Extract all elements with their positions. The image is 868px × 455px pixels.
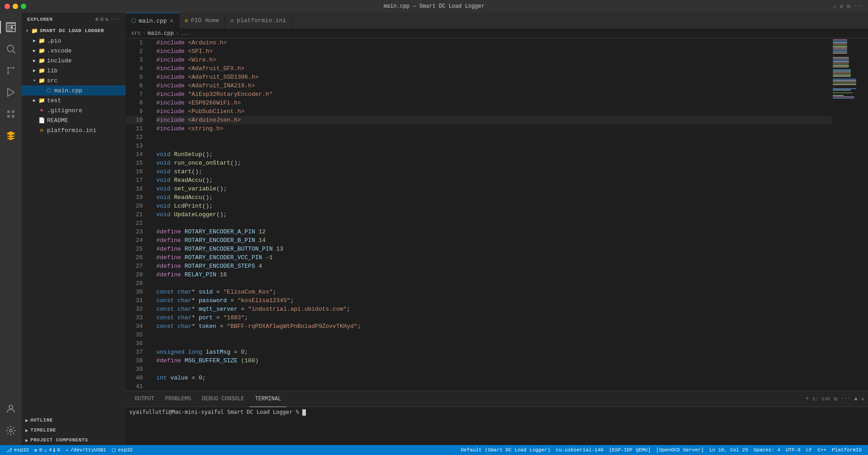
panel-tab-terminal[interactable]: TERMINAL — [249, 391, 286, 407]
svg-line-2 — [13, 51, 16, 54]
minimap-line — [833, 46, 847, 47]
folder-icon-src: 📁 — [38, 77, 45, 84]
minimap-line — [833, 65, 849, 66]
terminal-content[interactable]: syaifullutfi@Mac-mini-syaiful Smart DC L… — [126, 407, 868, 445]
tree-item-platformio-ini[interactable]: ⊙ platformio.ini — [22, 125, 126, 135]
breadcrumb-main-cpp[interactable]: main.cpp — [148, 30, 174, 37]
code-line: void ReadAccu(); — [156, 193, 832, 202]
status-env[interactable]: Default (Smart DC Load Logger) — [458, 445, 553, 455]
minimap-line — [833, 57, 849, 58]
minimap-line — [833, 75, 851, 76]
editor-scroll[interactable]: 1234567891011121314151617181920212223242… — [126, 38, 832, 391]
tab-platformio-ini[interactable]: ⊙ platformio.ini — [225, 13, 292, 28]
tree-item-gitignore[interactable]: ● .gitignore — [22, 105, 126, 115]
status-openocd[interactable]: [OpenOCD Server] — [653, 445, 707, 455]
new-file-icon[interactable]: ⊕ — [95, 16, 99, 22]
activity-debug[interactable] — [0, 81, 22, 103]
tree-item-include[interactable]: ▶ 📁 include — [22, 56, 126, 66]
tree-item-vscode[interactable]: ▶ 📁 .vscode — [22, 46, 126, 56]
new-folder-icon[interactable]: ⊟ — [100, 16, 103, 22]
timeline-section[interactable]: ▶ TIMELINE — [22, 425, 126, 435]
tab-main-cpp[interactable]: ⬡ main.cpp ✕ — [126, 13, 179, 28]
activity-accounts[interactable] — [0, 398, 22, 420]
minimap-line — [833, 76, 851, 77]
panel-tab-debug[interactable]: DEBUG CONSOLE — [197, 391, 250, 407]
activity-platformio[interactable] — [0, 125, 22, 147]
breadcrumb-src[interactable]: src — [131, 30, 141, 37]
breadcrumb-sep1: › — [143, 30, 146, 37]
svg-marker-6 — [8, 88, 14, 96]
status-port[interactable]: ⚡ /dev/ttyUSB1 — [63, 445, 109, 455]
breadcrumb-ellipsis[interactable]: ... — [181, 30, 191, 37]
terminal-split-icon[interactable]: ⊡ — [834, 396, 837, 403]
tree-item-lib[interactable]: ▶ 📁 lib — [22, 66, 126, 76]
status-endings[interactable]: LF — [803, 445, 815, 455]
line-number: 19 — [126, 193, 143, 202]
checkmark-icon[interactable]: ✓ — [833, 3, 836, 10]
status-platformio[interactable]: PlatformIO — [829, 445, 864, 455]
tree-item-project-root[interactable]: ▾ 📁 SMART DC LOAD LOGGER — [22, 26, 126, 36]
code-content[interactable]: #include <Arduino.h>#include <SPI.h>#inc… — [156, 38, 832, 391]
panel-tab-output[interactable]: OUTPUT — [129, 391, 160, 407]
line-number: 24 — [126, 236, 143, 245]
more-actions-icon[interactable]: ··· — [111, 16, 120, 22]
minimize-button[interactable] — [13, 4, 18, 9]
status-branch[interactable]: ⎇ esp32 — [4, 445, 32, 455]
activity-settings[interactable] — [0, 420, 22, 441]
refresh-icon[interactable]: ↻ — [106, 16, 109, 22]
line-number: 16 — [126, 167, 143, 176]
split-icon[interactable]: ⊡ — [847, 3, 850, 10]
minimap-line — [833, 85, 835, 86]
tree-item-src[interactable]: ▾ 📁 src — [22, 76, 126, 85]
folder-icon-lib: 📁 — [38, 67, 45, 74]
activity-explorer[interactable] — [0, 16, 22, 38]
tab-pio-home[interactable]: ⊙ PIO Home — [179, 13, 225, 28]
tree-label-vscode: .vscode — [47, 47, 72, 54]
status-qemu[interactable]: [ESP-IDF QEMU] — [606, 445, 653, 455]
minimap-line — [833, 56, 835, 57]
code-line — [156, 339, 832, 348]
terminal-more-icon[interactable]: ··· — [841, 396, 851, 402]
status-serial[interactable]: cu.usbserial-140 — [553, 445, 606, 455]
minimap-line — [833, 91, 835, 92]
status-cursor[interactable]: Ln 10, Col 25 — [707, 445, 751, 455]
tab-close-main-cpp[interactable]: ✕ — [169, 18, 173, 24]
minimap-line — [833, 83, 856, 84]
line-numbers: 1234567891011121314151617181920212223242… — [126, 38, 148, 391]
code-line — [156, 382, 832, 391]
info-icon: ℹ — [53, 447, 55, 453]
tree-item-test[interactable]: ▶ 📁 test — [22, 95, 126, 105]
tree-item-main-cpp[interactable]: ⬡ main.cpp — [22, 85, 126, 95]
terminal-max-icon[interactable]: ▲ — [854, 396, 858, 402]
code-line: #include "AiEsp32RotaryEncoder.h" — [156, 90, 832, 99]
code-line: #include <ArduinoJson.h> — [156, 116, 832, 124]
minimap-line — [833, 71, 851, 71]
status-right: Default (Smart DC Load Logger) cu.usbser… — [458, 445, 864, 455]
tree-item-readme[interactable]: 📄 README — [22, 115, 126, 125]
status-spaces[interactable]: Spaces: 4 — [751, 445, 783, 455]
activity-extensions[interactable] — [0, 103, 22, 125]
close-button[interactable] — [5, 4, 10, 9]
more-icon[interactable]: ··· — [854, 3, 863, 9]
terminal-close-icon[interactable]: ✕ — [861, 396, 864, 403]
status-board[interactable]: ⬡ esp32 — [109, 445, 136, 455]
pin-icon[interactable]: ⊘ — [840, 3, 843, 10]
terminal-new-icon[interactable]: + — [806, 396, 809, 402]
status-errors[interactable]: ⊗ 0 ⚠ 4 ℹ 0 — [32, 445, 63, 455]
minimap-line — [833, 81, 856, 82]
activity-search[interactable] — [0, 38, 22, 60]
tree-item-pio[interactable]: ▶ 📁 .pio — [22, 36, 126, 46]
status-lang[interactable]: C++ — [815, 445, 829, 455]
maximize-button[interactable] — [21, 4, 26, 9]
editor-main[interactable]: 1234567891011121314151617181920212223242… — [126, 38, 832, 391]
code-line: void RunSetup(); — [156, 150, 832, 159]
status-encoding[interactable]: UTF-8 — [783, 445, 803, 455]
panel-tab-problems[interactable]: PROBLEMS — [160, 391, 197, 407]
folder-icon-test: 📁 — [38, 97, 45, 104]
activity-source-control[interactable] — [0, 60, 22, 81]
editor-container[interactable]: 1234567891011121314151617181920212223242… — [126, 38, 868, 391]
project-components-section[interactable]: ▶ PROJECT COMPONENTS — [22, 435, 126, 445]
outline-section[interactable]: ▶ OUTLINE — [22, 415, 126, 425]
minimap-line — [833, 52, 847, 52]
svg-point-1 — [7, 45, 14, 52]
